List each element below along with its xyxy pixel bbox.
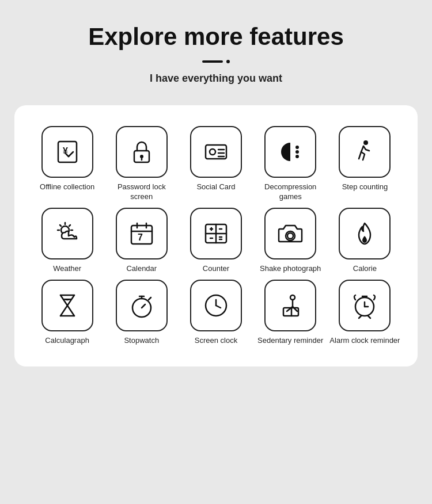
decompression-icon-box [264,126,316,178]
feature-shake-photo: Shake photograph [255,208,326,274]
camera-icon [275,219,305,249]
weather-icon-box [41,208,93,259]
svg-line-44 [142,304,145,308]
svg-point-12 [295,146,299,149]
feature-calendar: 7 Calendar [106,208,177,274]
subtitle: I have everything you want [150,72,282,85]
calculagraph-icon-box [41,280,93,331]
flame-icon [350,219,380,249]
calendar-icon-box: 7 [116,208,168,259]
alarm-label: Alarm clock reminder [329,336,400,346]
svg-point-38 [287,233,293,239]
feature-sedentary: Sedentary reminder [255,280,326,346]
calorie-label: Calorie [353,264,377,274]
pacman-icon [275,137,305,167]
svg-text:7: 7 [138,232,143,242]
features-card: ¥ Offline collection Password lock scree… [14,105,418,366]
feature-counter: Counter [180,208,251,274]
feature-social-card: Social Card [180,126,251,202]
counter-label: Counter [203,264,229,274]
password-lock-icon-box [116,126,168,178]
social-card-icon-box [190,126,242,178]
counter-icon [201,219,231,249]
screen-clock-label: Screen clock [195,336,237,346]
feature-stopwatch: Stopwatch [106,280,177,346]
divider [202,60,230,63]
feature-weather: Weather [32,208,103,274]
stopwatch-icon [127,291,157,320]
calendar-label: Calendar [126,264,157,274]
step-counting-label: Step counting [342,182,388,192]
feature-decompression: Decompression games [255,126,326,202]
stopwatch-icon-box [116,280,168,331]
feature-offline-collection: ¥ Offline collection [32,126,103,202]
walking-icon [350,137,380,167]
page-title: Explore more features [88,23,344,51]
sedentary-icon-box [264,280,316,331]
calorie-icon-box [339,208,391,259]
offline-collection-icon-box: ¥ [41,126,93,178]
clock-icon [201,291,231,320]
svg-point-8 [210,149,215,155]
features-grid: ¥ Offline collection Password lock scree… [32,126,400,346]
feature-alarm: Alarm clock reminder [329,280,400,346]
svg-point-13 [295,150,299,154]
password-lock-label: Password lock screen [106,182,177,202]
feature-calorie: Calorie [329,208,400,274]
svg-line-56 [368,316,370,318]
hourglass-icon [52,291,82,320]
social-card-label: Social Card [196,182,235,192]
calendar-icon: 7 [127,219,157,249]
counter-icon-box [190,208,242,259]
sedentary-icon [275,291,305,320]
receipt-icon: ¥ [52,137,82,167]
svg-point-15 [363,140,368,145]
svg-line-2 [69,152,73,156]
weather-icon [52,219,82,249]
stopwatch-label: Stopwatch [124,336,159,346]
alarm-icon-box [339,280,391,331]
sedentary-label: Sedentary reminder [257,336,323,346]
step-counting-icon-box [339,126,391,178]
svg-line-55 [359,316,361,318]
feature-step-counting: Step counting [329,126,400,202]
feature-calculagraph: Calculagraph [32,280,103,346]
svg-line-3 [66,154,69,156]
svg-line-22 [69,225,70,226]
svg-point-14 [295,155,299,158]
svg-line-21 [60,225,61,226]
feature-screen-clock: Screen clock [180,280,251,346]
calculagraph-label: Calculagraph [45,336,89,346]
svg-line-45 [149,297,151,300]
shake-photo-label: Shake photograph [260,264,321,274]
id-card-icon [201,137,231,167]
shake-photo-icon-box [264,208,316,259]
feature-password-lock: Password lock screen [106,126,177,202]
svg-line-48 [216,306,221,308]
screen-clock-icon-box [190,280,242,331]
offline-collection-label: Offline collection [40,182,94,192]
decompression-label: Decompression games [255,182,326,202]
weather-label: Weather [53,264,81,274]
lock-icon [127,137,157,167]
alarm-icon [350,291,380,320]
